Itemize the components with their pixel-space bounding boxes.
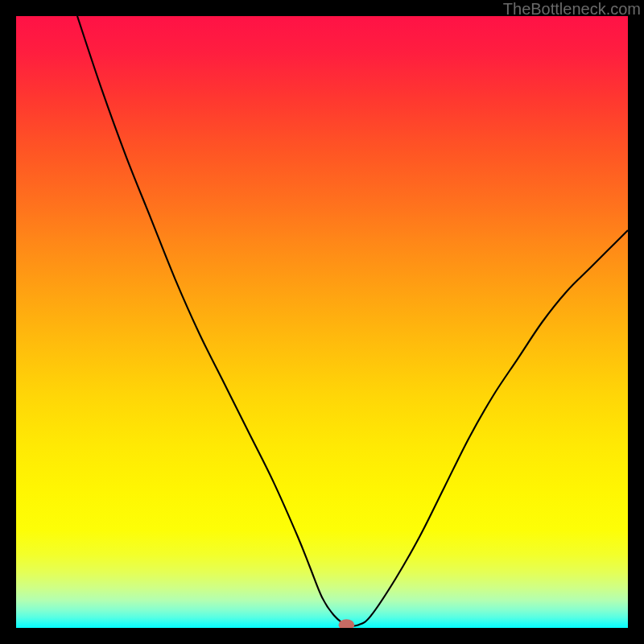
chart-container: TheBottleneck.com xyxy=(0,0,644,644)
bottleneck-curve xyxy=(77,16,628,626)
plot-area xyxy=(16,16,628,628)
optimal-marker xyxy=(339,619,355,628)
watermark-text: TheBottleneck.com xyxy=(503,0,641,19)
curve-svg xyxy=(16,16,628,628)
